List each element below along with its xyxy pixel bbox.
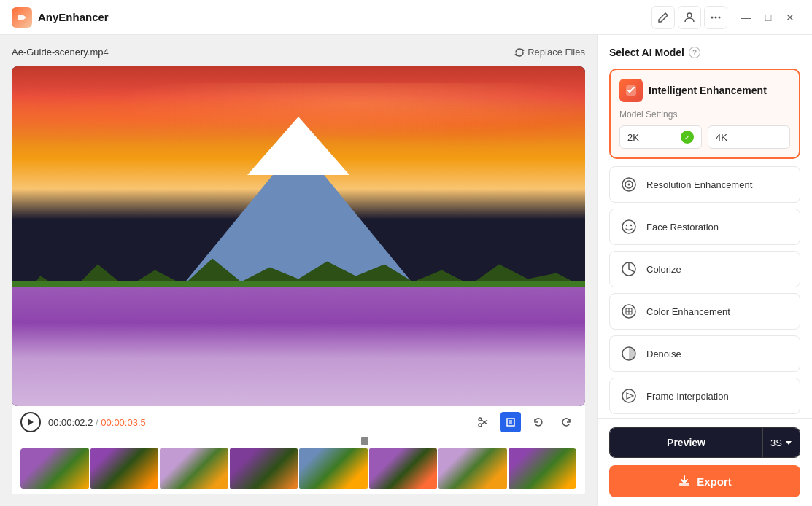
face-restoration-icon — [619, 217, 639, 237]
menu-button[interactable] — [704, 6, 727, 29]
main-layout: Ae-Guide-scenery.mp4 Replace Files — [0, 35, 812, 506]
intelligent-enhancement-card[interactable]: Intelligent Enhancement Model Settings 2… — [609, 69, 800, 159]
svg-point-3 — [715, 16, 717, 18]
time-current: 00:00:02.2 — [48, 417, 93, 428]
model-item-color-enhancement[interactable]: Color Enhancement — [609, 293, 800, 330]
replace-files-button[interactable]: Replace Files — [514, 47, 585, 58]
thumb-frame-8 — [509, 448, 577, 489]
file-name: Ae-Guide-scenery.mp4 — [12, 47, 109, 58]
scissors-button[interactable] — [473, 412, 493, 432]
thumb-frame-2 — [90, 448, 159, 489]
denoise-name: Denoise — [646, 349, 681, 359]
colorize-icon — [619, 259, 639, 279]
svg-marker-7 — [28, 419, 34, 426]
info-icon[interactable]: ? — [689, 47, 700, 58]
svg-marker-5 — [522, 49, 525, 52]
model-card-header: Intelligent Enhancement — [619, 79, 790, 102]
svg-marker-30 — [627, 393, 633, 399]
video-controls: 00:00:02.2 / 00:00:03.5 — [12, 406, 585, 494]
color-enhancement-icon — [619, 301, 639, 322]
svg-rect-32 — [679, 483, 689, 486]
thumb-frame-1 — [20, 448, 89, 489]
crop-button[interactable] — [500, 412, 521, 432]
svg-point-21 — [626, 225, 627, 226]
intelligent-enhancement-icon — [619, 79, 643, 102]
preview-duration-button[interactable]: 3S — [762, 428, 800, 457]
svg-point-2 — [711, 16, 714, 18]
select-ai-model-title: Select AI Model ? — [609, 47, 800, 58]
right-panel-footer: Preview 3S Export — [598, 418, 812, 506]
file-header: Ae-Guide-scenery.mp4 Replace Files — [12, 47, 585, 58]
svg-point-1 — [687, 13, 692, 17]
model-item-face[interactable]: Face Restoration — [609, 209, 800, 245]
frame-interpolation-name: Frame Interpolation — [646, 391, 729, 402]
model-item-resolution[interactable]: Resolution Enhancement — [609, 166, 800, 203]
denoise-icon — [619, 343, 639, 364]
app-logo — [12, 7, 32, 28]
thumb-frame-7 — [438, 448, 507, 489]
timeline-scrubber[interactable] — [20, 437, 576, 445]
minimize-button[interactable]: — — [736, 7, 757, 28]
svg-point-9 — [479, 424, 482, 427]
svg-point-4 — [719, 16, 721, 18]
title-bar-left: AnyEnhancer — [12, 7, 109, 28]
face-restoration-name: Face Restoration — [646, 222, 719, 233]
svg-marker-6 — [514, 53, 517, 56]
svg-point-20 — [622, 220, 635, 233]
title-bar: AnyEnhancer — □ ✕ — [0, 0, 812, 35]
preview-button[interactable]: Preview — [610, 428, 762, 457]
preview-row: Preview 3S — [609, 427, 800, 458]
resolution-enhancement-icon — [619, 174, 639, 195]
model-item-denoise[interactable]: Denoise — [609, 335, 800, 372]
thumb-frame-6 — [369, 448, 438, 489]
frame-interpolation-icon — [619, 386, 639, 406]
thumb-frame-5 — [299, 448, 368, 489]
left-panel: Ae-Guide-scenery.mp4 Replace Files — [0, 35, 597, 506]
input-check-icon: ✓ — [681, 131, 694, 144]
colorize-name: Colorize — [646, 264, 681, 275]
model-item-frame-interpolation[interactable]: Frame Interpolation — [609, 378, 800, 414]
svg-point-22 — [630, 225, 632, 226]
thumb-frame-3 — [160, 448, 228, 489]
model-settings-row: 2K ✓ 4K — [619, 125, 790, 149]
output-resolution-box[interactable]: 4K — [708, 125, 790, 149]
right-panel: Select AI Model ? Intelligent Enhancemen… — [597, 35, 812, 506]
model-item-colorize[interactable]: Colorize — [609, 251, 800, 287]
mountain-snow — [247, 117, 349, 175]
time-display: 00:00:02.2 / 00:00:03.5 — [48, 417, 146, 428]
maximize-button[interactable]: □ — [758, 7, 778, 28]
model-settings-label: Model Settings — [619, 109, 790, 120]
video-scene — [12, 66, 585, 406]
svg-marker-31 — [786, 441, 792, 445]
play-button[interactable] — [20, 412, 41, 432]
input-resolution-box[interactable]: 2K ✓ — [619, 125, 702, 149]
redo-button[interactable] — [556, 412, 576, 432]
time-total: 00:00:03.5 — [101, 417, 145, 428]
window-controls: — □ ✕ — [736, 7, 800, 28]
timeline-thumbnails[interactable] — [20, 448, 576, 489]
flowers-layer — [12, 287, 585, 406]
close-button[interactable]: ✕ — [780, 7, 800, 28]
svg-point-8 — [479, 418, 482, 421]
resolution-enhancement-name: Resolution Enhancement — [646, 179, 752, 190]
svg-marker-0 — [23, 15, 26, 20]
svg-point-19 — [628, 184, 630, 186]
intelligent-enhancement-name: Intelligent Enhancement — [649, 85, 767, 96]
right-panel-inner: Select AI Model ? Intelligent Enhancemen… — [598, 35, 812, 418]
export-button[interactable]: Export — [609, 465, 800, 497]
edit-button[interactable] — [651, 6, 675, 29]
video-preview — [12, 66, 585, 406]
color-enhancement-name: Color Enhancement — [646, 306, 730, 317]
controls-top: 00:00:02.2 / 00:00:03.5 — [20, 412, 576, 432]
timeline-area — [20, 437, 576, 489]
app-title: AnyEnhancer — [38, 11, 109, 23]
scrubber-handle[interactable] — [361, 437, 368, 445]
thumb-frame-4 — [230, 448, 298, 489]
user-button[interactable] — [678, 6, 701, 29]
title-bar-right: — □ ✕ — [651, 6, 800, 29]
undo-button[interactable] — [528, 412, 549, 432]
